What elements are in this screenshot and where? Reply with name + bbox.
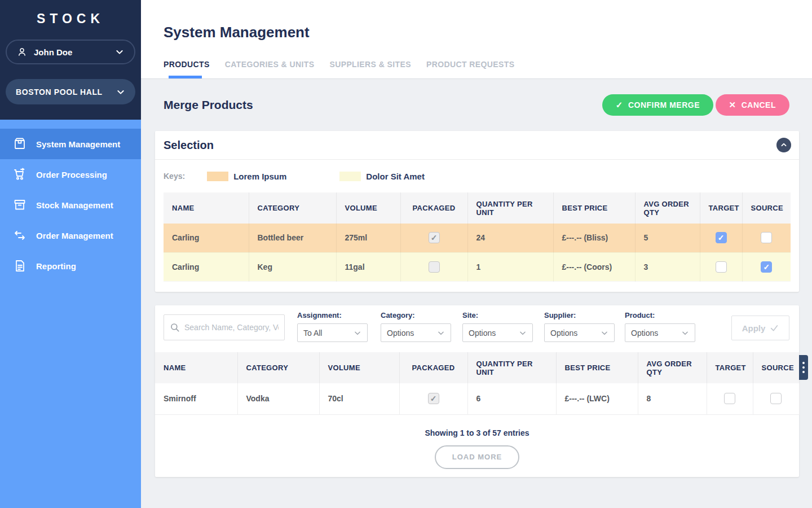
cell-name: Carling [164, 224, 249, 252]
table-footer: Showing 1 to 3 of 57 entries LOAD MORE [155, 428, 799, 469]
sidebar-item-label: System Management [36, 139, 120, 149]
table-row: Smirnoff Vodka 70cl 6 £---.-- (LWC) 8 [155, 383, 799, 414]
packaged-checkbox[interactable] [429, 232, 440, 243]
products-table-header-row: NAME CATEGORY VOLUME PACKAGED QUANTITY P… [155, 352, 799, 383]
column-header-name: NAME [155, 352, 237, 383]
package-icon [12, 137, 27, 151]
target-checkbox[interactable] [716, 232, 727, 243]
user-dropdown[interactable]: John Doe [6, 40, 135, 64]
cell-volume: 11gal [336, 252, 400, 281]
product-select[interactable]: Options [625, 323, 695, 342]
select-value: Options [469, 329, 496, 338]
select-value: To All [303, 329, 322, 338]
sidebar-item-order-processing[interactable]: Order Processing [0, 159, 141, 190]
source-checkbox[interactable] [761, 232, 772, 243]
tab-suppliers-sites[interactable]: SUPPLIERS & SITES [329, 60, 411, 78]
assignment-select[interactable]: To All [297, 323, 368, 342]
table-row: Carling Bottled beer 275ml 24 £---.-- (B… [164, 224, 791, 252]
cell-qty-per-unit: 1 [467, 252, 553, 281]
packaged-checkbox[interactable] [429, 261, 440, 273]
target-checkbox[interactable] [716, 261, 727, 273]
keys-label: Keys: [164, 172, 185, 181]
cell-best-price: £---.-- (Coors) [553, 252, 635, 281]
site-dropdown[interactable]: BOSTON POOL HALL [6, 79, 135, 104]
user-name: John Doe [34, 47, 72, 57]
column-header-volume: VOLUME [319, 352, 399, 383]
key-label: Lorem Ipsum [233, 172, 286, 181]
chevron-down-icon [115, 47, 124, 56]
supplier-select[interactable]: Options [544, 323, 615, 342]
column-header-source: SOURCE [753, 352, 799, 383]
collapse-panel-button[interactable] [776, 138, 791, 152]
filter-bar: Assignment: To All Category: Options Sit… [155, 305, 799, 352]
column-header-category: CATEGORY [237, 352, 319, 383]
cell-name: Smirnoff [155, 383, 237, 414]
confirm-merge-button[interactable]: ✓ CONFIRM MERGE [602, 94, 713, 116]
cell-avg-order-qty: 3 [635, 252, 700, 281]
column-header-packaged: PACKAGED [399, 352, 467, 383]
check-icon: ✓ [616, 100, 623, 110]
column-header-packaged: PACKAGED [400, 192, 467, 224]
category-select[interactable]: Options [381, 323, 451, 342]
filter-supplier: Supplier: Options [544, 311, 615, 342]
target-checkbox[interactable] [724, 393, 735, 404]
tab-products[interactable]: PRODUCTS [164, 60, 210, 78]
tab-categories-units[interactable]: CATEGORIES & UNITS [225, 60, 315, 78]
filter-category: Category: Options [381, 311, 451, 342]
selection-table: NAME CATEGORY VOLUME PACKAGED QUANTITY P… [164, 192, 791, 282]
cell-qty-per-unit: 24 [467, 224, 553, 252]
select-value: Options [387, 329, 414, 338]
cancel-button[interactable]: ✕ CANCEL [716, 94, 789, 116]
document-icon [12, 259, 27, 273]
cell-volume: 275ml [336, 224, 400, 252]
sidebar-item-system-management[interactable]: System Management [0, 129, 141, 159]
cell-qty-per-unit: 6 [467, 383, 556, 414]
sidebar-item-label: Reporting [36, 261, 76, 271]
sidebar: STOCK John Doe BOSTON POOL HALL System M… [0, 0, 141, 508]
key-swatch-orange [207, 172, 228, 181]
cell-category: Keg [249, 252, 336, 281]
source-checkbox[interactable] [761, 261, 772, 273]
tab-product-requests[interactable]: PRODUCT REQUESTS [426, 60, 515, 78]
chevron-down-icon [354, 329, 361, 337]
sidebar-header: STOCK John Doe BOSTON POOL HALL [0, 0, 141, 120]
cell-avg-order-qty: 5 [635, 224, 700, 252]
filter-label: Product: [625, 311, 695, 319]
table-options-kebab-menu[interactable] [799, 355, 808, 380]
site-select[interactable]: Options [462, 323, 533, 342]
site-name: BOSTON POOL HALL [16, 87, 103, 97]
sidebar-item-reporting[interactable]: Reporting [0, 251, 141, 281]
load-more-button[interactable]: LOAD MORE [435, 445, 519, 469]
page-header: System Management PRODUCTS CATEGORIES & … [141, 0, 812, 79]
sidebar-item-label: Order Processing [36, 170, 107, 179]
chevron-down-icon [681, 329, 689, 337]
person-icon [17, 47, 27, 57]
filter-label: Category: [381, 311, 451, 319]
tab-bar: PRODUCTS CATEGORIES & UNITS SUPPLIERS & … [164, 60, 514, 78]
apply-label: Apply [742, 323, 766, 333]
selection-panel-header: Selection [155, 131, 799, 160]
filter-label: Site: [462, 311, 533, 319]
sidebar-item-stock-management[interactable]: Stock Management [0, 190, 141, 220]
sidebar-item-label: Order Management [36, 231, 113, 240]
search-input[interactable] [164, 314, 285, 340]
main-content: System Management PRODUCTS CATEGORIES & … [141, 0, 812, 508]
source-checkbox[interactable] [770, 393, 782, 404]
selection-panel: Selection Keys: Lorem Ipsum Dolor Sit Am… [155, 131, 799, 292]
merge-title: Merge Products [164, 98, 253, 112]
cell-avg-order-qty: 8 [638, 383, 707, 414]
column-header-target: TARGET [707, 352, 753, 383]
filter-assignment: Assignment: To All [297, 311, 368, 342]
product-browser-panel: Assignment: To All Category: Options Sit… [155, 305, 799, 477]
sidebar-item-order-management[interactable]: Order Management [0, 220, 141, 251]
filter-product: Product: Options [625, 311, 695, 342]
apply-button[interactable]: Apply [731, 316, 789, 340]
chevron-down-icon [437, 329, 445, 337]
app-logo: STOCK [0, 0, 141, 27]
column-header-best-price: BEST PRICE [553, 192, 635, 224]
sidebar-item-label: Stock Management [36, 200, 113, 210]
search-field-wrap [164, 314, 285, 340]
check-icon [770, 323, 779, 332]
column-header-qty-per-unit: QUANTITY PER UNIT [467, 352, 556, 383]
packaged-checkbox[interactable] [428, 393, 439, 404]
